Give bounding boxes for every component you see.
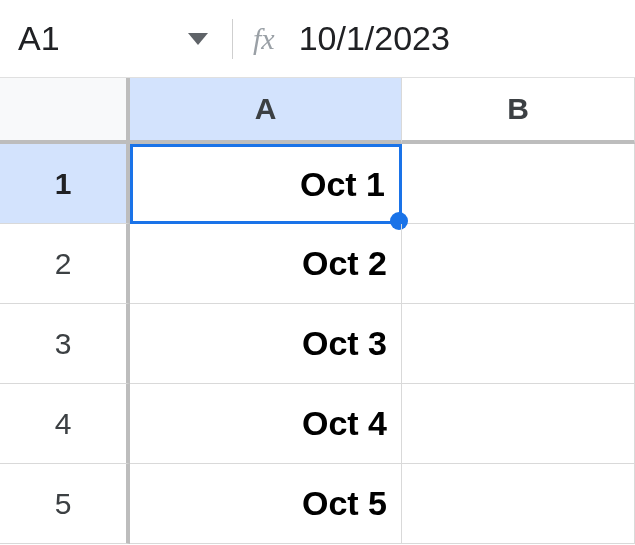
spreadsheet-grid: A B 1 Oct 1 2 Oct 2 3 Oct 3 4 Oct 4 5 Oc… (0, 78, 635, 544)
formula-input[interactable]: 10/1/2023 (299, 19, 617, 58)
row-header-2[interactable]: 2 (0, 224, 130, 304)
cell-value: Oct 4 (302, 404, 387, 443)
cell-value: Oct 2 (302, 244, 387, 283)
cell-A1[interactable]: Oct 1 (130, 144, 402, 224)
column-header-A[interactable]: A (130, 78, 402, 144)
cell-B2[interactable] (402, 224, 635, 304)
name-box[interactable]: A1 (18, 19, 218, 58)
cell-value: Oct 3 (302, 324, 387, 363)
fx-icon: fx (253, 22, 275, 56)
row-header-4[interactable]: 4 (0, 384, 130, 464)
cell-B5[interactable] (402, 464, 635, 544)
cell-A3[interactable]: Oct 3 (130, 304, 402, 384)
cell-A4[interactable]: Oct 4 (130, 384, 402, 464)
cell-B3[interactable] (402, 304, 635, 384)
name-box-value: A1 (18, 19, 60, 58)
row-header-1[interactable]: 1 (0, 144, 130, 224)
cell-A5[interactable]: Oct 5 (130, 464, 402, 544)
cell-A2[interactable]: Oct 2 (130, 224, 402, 304)
divider (232, 19, 233, 59)
formula-bar: A1 fx 10/1/2023 (0, 0, 635, 78)
cell-value: Oct 1 (300, 165, 385, 204)
select-all-corner[interactable] (0, 78, 130, 144)
column-header-B[interactable]: B (402, 78, 635, 144)
cell-B4[interactable] (402, 384, 635, 464)
name-box-dropdown-icon[interactable] (188, 33, 208, 45)
row-header-3[interactable]: 3 (0, 304, 130, 384)
cell-B1[interactable] (402, 144, 635, 224)
cell-value: Oct 5 (302, 484, 387, 523)
row-header-5[interactable]: 5 (0, 464, 130, 544)
